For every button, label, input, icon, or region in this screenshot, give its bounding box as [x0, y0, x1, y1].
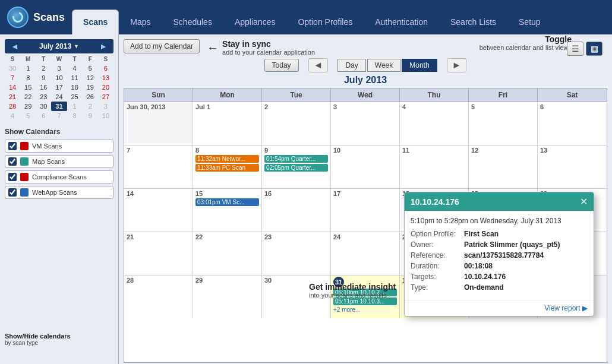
- calendar-day[interactable]: 1503:01pm VM Sc...: [193, 189, 262, 232]
- mini-cal-day[interactable]: 30: [5, 64, 20, 73]
- mini-cal-day[interactable]: 20: [98, 83, 113, 92]
- list-view-button[interactable]: ☰: [567, 42, 583, 56]
- calendar-day[interactable]: 4: [400, 102, 469, 145]
- calendar-event[interactable]: 05:11pm 10.10.3...: [333, 297, 397, 305]
- calendar-day[interactable]: 28: [124, 276, 193, 318]
- tab-schedules[interactable]: Schedules: [162, 10, 223, 34]
- calendar-day[interactable]: 17: [331, 189, 400, 232]
- calendar-checkbox-1[interactable]: [8, 157, 17, 166]
- mini-cal-day[interactable]: 29: [20, 102, 36, 111]
- calendar-day[interactable]: Jul 1: [193, 102, 262, 145]
- calendar-day[interactable]: 2: [262, 102, 331, 145]
- mini-cal-day[interactable]: 5: [20, 111, 36, 121]
- mini-cal-day[interactable]: 13: [98, 73, 113, 83]
- calendar-day[interactable]: 6: [538, 102, 607, 145]
- mini-cal-day[interactable]: 7: [51, 111, 67, 121]
- calendar-day[interactable]: 7: [124, 145, 193, 188]
- calendar-day[interactable]: 3105:10pm 10.10.2...05:11pm 10.10.3...+2…: [331, 276, 400, 318]
- mini-cal-day[interactable]: 25: [67, 92, 83, 102]
- mini-cal-day[interactable]: 12: [83, 73, 98, 83]
- tab-authentication[interactable]: Authentication: [364, 10, 439, 34]
- calendar-view-button[interactable]: ▦: [586, 42, 602, 56]
- mini-cal-day[interactable]: 4: [5, 111, 20, 121]
- mini-cal-day[interactable]: 14: [5, 83, 20, 92]
- mini-cal-day[interactable]: 23: [36, 92, 51, 102]
- today-button[interactable]: Today: [264, 59, 299, 72]
- add-to-calendar-button[interactable]: Add to my Calendar: [124, 39, 200, 53]
- tab-setup[interactable]: Setup: [507, 10, 552, 34]
- calendar-day[interactable]: 21: [124, 232, 193, 275]
- mini-cal-day[interactable]: 3: [51, 64, 67, 73]
- day-view-option[interactable]: Day: [337, 59, 365, 72]
- mini-cal-prev[interactable]: ◄: [8, 42, 21, 51]
- calendar-day[interactable]: 12: [469, 145, 538, 188]
- mini-cal-day[interactable]: 3: [98, 102, 113, 111]
- tab-scans[interactable]: Scans: [72, 10, 119, 34]
- tab-appliances[interactable]: Appliances: [223, 10, 287, 34]
- calendar-day[interactable]: 811:32am Networ...11:33am PC Scan: [193, 145, 262, 188]
- week-view-option[interactable]: Week: [367, 59, 400, 72]
- mini-cal-day[interactable]: 18: [67, 83, 83, 92]
- tab-search-lists[interactable]: Search Lists: [439, 10, 507, 34]
- calendar-checkbox-0[interactable]: [8, 142, 17, 150]
- mini-cal-day[interactable]: 16: [36, 83, 51, 92]
- calendar-event[interactable]: 03:01pm VM Sc...: [195, 198, 259, 206]
- calendar-day[interactable]: 11: [400, 145, 469, 188]
- calendar-day[interactable]: 16: [262, 189, 331, 232]
- mini-cal-day[interactable]: 6: [98, 64, 113, 73]
- calendar-day[interactable]: 23: [262, 232, 331, 275]
- mini-cal-day[interactable]: 7: [5, 73, 20, 83]
- mini-cal-day[interactable]: 28: [5, 102, 20, 111]
- tab-option-profiles[interactable]: Option Profiles: [286, 10, 364, 34]
- mini-cal-day[interactable]: 2: [83, 102, 98, 111]
- mini-cal-day[interactable]: 21: [5, 92, 20, 102]
- mini-cal-day[interactable]: 9: [36, 73, 51, 83]
- tab-maps[interactable]: Maps: [119, 10, 162, 34]
- mini-cal-day[interactable]: 6: [36, 111, 51, 121]
- mini-cal-day[interactable]: 8: [20, 73, 36, 83]
- calendar-day[interactable]: Jun 30, 2013: [124, 102, 193, 145]
- calendar-day[interactable]: 22: [193, 232, 262, 275]
- mini-cal-day[interactable]: 10: [51, 73, 67, 83]
- mini-cal-day[interactable]: 4: [67, 64, 83, 73]
- mini-cal-day[interactable]: 8: [67, 111, 83, 121]
- mini-cal-next[interactable]: ►: [97, 42, 110, 51]
- mini-cal-day[interactable]: 22: [20, 92, 36, 102]
- calendar-event[interactable]: 01:54pm Quarter...: [264, 155, 328, 163]
- calendar-day[interactable]: 3: [331, 102, 400, 145]
- mini-cal-day[interactable]: 1: [20, 64, 36, 73]
- calendar-checkbox-3[interactable]: [8, 188, 17, 197]
- mini-cal-day[interactable]: 10: [98, 111, 113, 121]
- mini-cal-day[interactable]: 19: [83, 83, 98, 92]
- mini-cal-day[interactable]: 17: [51, 83, 67, 92]
- calendar-event[interactable]: +2 more...: [333, 306, 397, 313]
- calendar-checkbox-2[interactable]: [8, 173, 17, 181]
- mini-cal-day[interactable]: 5: [83, 64, 98, 73]
- mini-cal-day[interactable]: 9: [83, 111, 98, 121]
- month-view-option[interactable]: Month: [402, 59, 437, 72]
- calendar-day[interactable]: 30: [262, 276, 331, 318]
- calendar-day[interactable]: 901:54pm Quarter...02:05pm Quarter...: [262, 145, 331, 188]
- view-report-link[interactable]: View report ▶: [544, 304, 588, 312]
- mini-cal-day[interactable]: 27: [98, 92, 113, 102]
- popup-close-button[interactable]: ✕: [580, 196, 588, 207]
- calendar-event[interactable]: 05:10pm 10.10.2...: [333, 289, 397, 296]
- cal-prev-arrow[interactable]: ◄: [308, 58, 329, 72]
- mini-cal-day[interactable]: 24: [51, 92, 67, 102]
- mini-cal-day[interactable]: 15: [20, 83, 36, 92]
- mini-cal-day[interactable]: 11: [67, 73, 83, 83]
- calendar-day[interactable]: 24: [331, 232, 400, 275]
- calendar-day[interactable]: 13: [538, 145, 607, 188]
- calendar-event[interactable]: 11:33am PC Scan: [195, 164, 259, 172]
- calendar-day[interactable]: 29: [193, 276, 262, 318]
- calendar-event[interactable]: 11:32am Networ...: [195, 155, 259, 163]
- mini-cal-day[interactable]: 31: [51, 102, 67, 111]
- calendar-day[interactable]: 10: [331, 145, 400, 188]
- cal-next-arrow[interactable]: ►: [447, 58, 467, 72]
- mini-cal-day[interactable]: 26: [83, 92, 98, 102]
- mini-cal-day[interactable]: 1: [67, 102, 83, 111]
- mini-cal-day[interactable]: 2: [36, 64, 51, 73]
- mini-cal-day[interactable]: 30: [36, 102, 51, 111]
- calendar-event[interactable]: 02:05pm Quarter...: [264, 164, 328, 172]
- calendar-day[interactable]: 5: [469, 102, 538, 145]
